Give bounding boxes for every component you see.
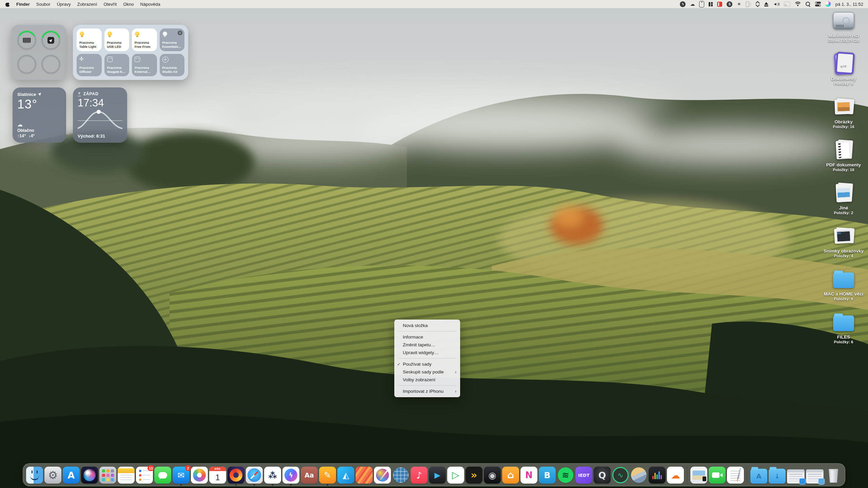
menu-item-upravit-widgety[interactable]: Upravit widgety… <box>395 349 460 357</box>
sunset-widget[interactable]: ☀ ZÁPAD 17:34 Východ: 6:31 <box>73 87 127 143</box>
s-app-icon[interactable]: S <box>727 0 732 8</box>
reminders[interactable]: 10 <box>136 467 153 484</box>
affinity-publisher[interactable] <box>356 467 373 484</box>
macintosh-hd[interactable]: Macintosh HDZbývá 153,75 GB <box>821 9 866 53</box>
device-icon[interactable] <box>699 0 704 8</box>
trash[interactable] <box>825 467 842 484</box>
spotlight-icon[interactable] <box>806 0 811 8</box>
menu-item-informace[interactable]: Informace <box>395 333 460 341</box>
audio-knob-app[interactable]: ◉ <box>484 467 501 484</box>
calendar[interactable]: BŘE1 <box>209 467 226 484</box>
home-button-diffuser[interactable]: ✣PracovnaDiffuser <box>77 54 102 77</box>
siri[interactable] <box>81 467 98 484</box>
stack-jine[interactable]: JinéPoložky: 2 <box>821 182 866 225</box>
quicktime[interactable]: Q <box>594 467 611 484</box>
cloud-icon[interactable]: ☁ <box>690 0 695 8</box>
menu-otevřít[interactable]: Otevřít <box>103 2 117 7</box>
menu-item-importovat-z-iphonu[interactable]: Importovat z iPhonu› <box>395 387 460 395</box>
iedt-app[interactable]: IEDT <box>575 467 592 484</box>
trackpad-battery[interactable]: ▶ <box>40 30 61 51</box>
stacked-chevrons-icon[interactable] <box>755 0 760 8</box>
video-player[interactable]: ▶ <box>429 467 446 484</box>
neon-n-app[interactable]: N <box>520 467 537 484</box>
folder-mac-a-home-veci[interactable]: MAC a HOME věciPoložky: 6 <box>821 268 866 311</box>
keyboard-battery[interactable] <box>16 30 37 51</box>
blue-b-app[interactable]: B <box>539 467 556 484</box>
equalizer-app[interactable] <box>649 467 666 484</box>
folder-files[interactable]: FILESPoložky: 6 <box>821 311 866 354</box>
stack-snimky-obrazovky[interactable]: Snímky obrazovkyPoložky: 4 <box>821 225 866 268</box>
safari[interactable] <box>246 467 263 484</box>
home-button-seagate-b-[interactable]: PracovnaSeagate b… <box>104 54 130 77</box>
mail[interactable]: ✉2 <box>173 467 190 484</box>
menu-nápověda[interactable]: Nápověda <box>140 2 160 7</box>
volume-icon[interactable]: ◄))) <box>773 0 780 8</box>
minimized-window-safari[interactable] <box>787 469 805 484</box>
menu-okno[interactable]: Okno <box>123 2 134 7</box>
notes[interactable] <box>118 467 135 484</box>
brightness-icon[interactable]: ☀ <box>737 0 741 8</box>
yellow-arrows-app[interactable]: » <box>466 467 482 484</box>
stack-dokumenty[interactable]: RTFDokumentyPoložky: 5 <box>821 53 866 96</box>
messenger[interactable]: ϟ <box>282 467 299 484</box>
finder[interactable] <box>26 467 43 484</box>
apple-menu-icon[interactable] <box>5 2 10 7</box>
menu-item-zmenit-tapetu[interactable]: Změnit tapetu… <box>395 341 460 349</box>
siri-icon[interactable] <box>825 0 831 8</box>
weather-widget[interactable]: Slatinice 13° ☁ Oblačno ↑14° ↓4° <box>13 87 66 143</box>
control-center-icon[interactable] <box>815 0 821 8</box>
photos[interactable] <box>191 467 208 484</box>
eject-icon[interactable] <box>764 0 769 8</box>
media-play-app[interactable]: ▷ <box>447 467 464 484</box>
mosaic-app[interactable] <box>392 467 409 484</box>
menu-item-seskupit-sady-podle[interactable]: Seskupit sady podle› <box>395 368 460 376</box>
screen-mirroring-icon[interactable] <box>784 0 790 8</box>
stack-pdf-dokumenty[interactable]: PDF dokumentyPoložky: 16 <box>821 139 866 182</box>
app-store[interactable]: A <box>63 467 80 484</box>
affinity-designer[interactable]: ◭ <box>337 467 354 484</box>
share-nodes-app[interactable]: ⁂ <box>264 467 281 484</box>
messages[interactable] <box>154 467 171 484</box>
home-button-free-from[interactable]: PracovnaFree From <box>132 28 157 51</box>
preview[interactable] <box>690 467 707 484</box>
empty-slot[interactable] <box>40 54 61 75</box>
menu-item-volby-zobrazeni[interactable]: Volby zobrazení <box>395 376 460 384</box>
firefox[interactable] <box>228 467 244 484</box>
home-button-external-[interactable]: PracovnaExternal… <box>132 54 157 77</box>
menu-zobrazení[interactable]: Zobrazení <box>77 2 97 7</box>
app-menu-finder[interactable]: Finder <box>16 2 30 7</box>
launchpad[interactable] <box>99 467 116 484</box>
pixelmator[interactable] <box>374 467 391 484</box>
home-button-essentials-[interactable]: PracovnaEssentials…! <box>160 28 185 51</box>
spotify[interactable]: ≋ <box>557 467 574 484</box>
music[interactable]: ♪ <box>411 467 428 484</box>
dictionary[interactable]: Aa <box>301 467 318 484</box>
oscillator-app[interactable]: ∿ <box>612 467 629 484</box>
facetime[interactable] <box>709 467 726 484</box>
menu-úpravy[interactable]: Úpravy <box>57 2 71 7</box>
empty-slot[interactable] <box>16 54 37 75</box>
airpods-icon[interactable]: )) <box>746 0 751 8</box>
home-button-table-light[interactable]: PracovnaTable Light <box>77 28 102 51</box>
system-settings[interactable]: ⚙ <box>44 467 61 484</box>
downloads-folder[interactable]: ↓ <box>769 469 786 484</box>
batteries-widget[interactable]: ▶ <box>11 25 66 80</box>
home-button-usb-led[interactable]: PracovnaUSB LED <box>104 28 130 51</box>
window-layout-icon[interactable] <box>709 0 713 8</box>
password-manager-icon[interactable] <box>717 0 722 8</box>
stack-obrazky[interactable]: ObrázkyPoložky: 16 <box>821 96 866 139</box>
cloud-app[interactable]: ☁ <box>667 467 684 484</box>
home-button-studio-air[interactable]: ✣PracovnaStudio Air <box>160 54 185 77</box>
pages[interactable]: ✎ <box>319 467 336 484</box>
textedit[interactable] <box>727 467 744 484</box>
applications-folder[interactable]: A <box>750 469 767 484</box>
shortcuts-icon[interactable]: ϟ <box>680 0 686 8</box>
landscape-app[interactable] <box>630 467 647 484</box>
menu-item-pouzivat-sady[interactable]: ✓Používat sady <box>395 360 460 368</box>
menu-soubor[interactable]: Soubor <box>36 2 51 7</box>
minimized-window-finder[interactable] <box>806 469 824 484</box>
menu-item-nova-slozka[interactable]: Nová složka <box>395 322 460 329</box>
wifi-icon[interactable] <box>795 0 801 8</box>
menu-bar-clock[interactable]: pá 1. 3., 11:52 <box>835 2 863 7</box>
home[interactable]: ⌂ <box>502 467 519 484</box>
